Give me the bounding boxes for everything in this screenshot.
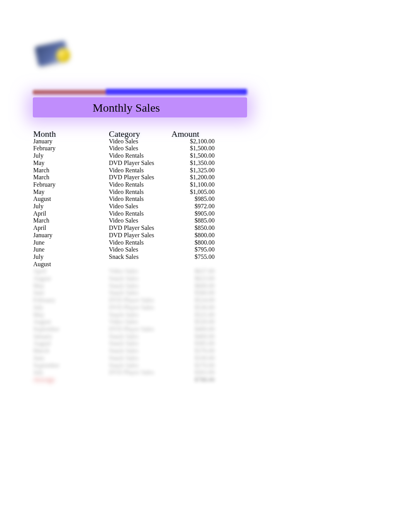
table-row: MaySnack Sales$525.00 (33, 311, 215, 319)
cell-category: Video Sales (109, 268, 171, 275)
cell-category: Video Rentals (109, 239, 171, 246)
table-row: AugustSnack Sales$385.00 (33, 340, 215, 347)
cell-category (109, 261, 171, 268)
table-row: FebruaryDVD Player Sales$524.00 (33, 297, 215, 304)
table-row: SeptemberSnack Sales$370.00 (33, 362, 215, 369)
cell-month: July (33, 304, 109, 311)
table-row: AprilVideo Rentals$905.00 (33, 210, 215, 218)
cell-amount: $885.00 (171, 217, 215, 224)
cell-month: February (33, 297, 109, 304)
table-row: AugustVideo Rentals$985.00 (33, 195, 215, 203)
table-row: JulySnack Sales$755.00 (33, 253, 215, 261)
cell-amount: $524.00 (171, 297, 215, 304)
table-row: JuneSnack Sales$330.00 (33, 355, 215, 362)
cell-category: DVD Player Sales (109, 232, 171, 239)
cell-amount: $530.00 (171, 304, 215, 311)
cell-category: DVD Player Sales (109, 326, 171, 333)
cell-amount: $1,500.00 (171, 145, 215, 152)
table-row: AprilVideo Sales$637.00 (33, 268, 215, 275)
cell-amount: $1,350.00 (171, 160, 215, 167)
cell-month: March (33, 347, 109, 355)
cell-amount: $1,005.00 (171, 189, 215, 196)
cell-month: May (33, 160, 109, 167)
cell-amount: $985.00 (171, 195, 215, 203)
cell-month: August (33, 275, 109, 282)
cell-month: April (33, 224, 109, 232)
col-header-month: Month (33, 131, 109, 138)
cell-amount: $400.00 (171, 326, 215, 333)
cell-amount: $800.00 (171, 239, 215, 246)
cell-month: May (33, 189, 109, 196)
cell-amount: $795.00 (171, 246, 215, 253)
cell-month: April (33, 210, 109, 218)
cell-month: January (33, 333, 109, 340)
cell-category: Video Sales (109, 145, 171, 152)
cell-category: Snack Sales (109, 289, 171, 297)
table-row: AugustVideo Sales$520.00 (33, 318, 215, 326)
table-row: MarchDVD Player Sales$1,200.00 (33, 174, 215, 181)
cell-month: August (33, 340, 109, 347)
cell-month: June (33, 239, 109, 246)
summary-label: Average (33, 376, 109, 384)
cell-month: January (33, 138, 109, 145)
cell-category: Video Sales (109, 318, 171, 326)
table-row: AprilDVD Player Sales$850.00 (33, 224, 215, 232)
cell-month: July (33, 369, 109, 376)
cell-amount: $1,100.00 (171, 181, 215, 189)
cell-amount: $600.00 (171, 282, 215, 290)
cell-category: Video Rentals (109, 167, 171, 174)
table-row: JanuarySnack Sales$400.00 (33, 333, 215, 340)
cell-amount: $905.00 (171, 210, 215, 218)
cell-category: Snack Sales (109, 275, 171, 282)
table-row: JulyVideo Rentals$1,500.00 (33, 152, 215, 160)
cell-month: August (33, 195, 109, 203)
col-header-amount: Amount (171, 131, 215, 138)
cell-category: Video Rentals (109, 195, 171, 203)
cell-month: April (33, 268, 109, 275)
cell-category: Video Sales (109, 246, 171, 253)
cell-amount: $755.00 (171, 253, 215, 261)
cell-amount: $560.00 (171, 289, 215, 297)
cell-category: Snack Sales (109, 253, 171, 261)
cell-month: January (33, 232, 109, 239)
cell-month: March (33, 217, 109, 224)
cell-category: Video Sales (109, 217, 171, 224)
cell-month: March (33, 167, 109, 174)
table-row: JanuaryDVD Player Sales$800.00 (33, 232, 215, 239)
cell-category: Video Rentals (109, 189, 171, 196)
cell-month: June (33, 289, 109, 297)
cell-category: Snack Sales (109, 282, 171, 290)
col-header-category: Category (109, 131, 171, 138)
summary-amount: $788.00 (171, 376, 215, 384)
sales-table: Month Category Amount JanuaryVideo Sales… (33, 131, 215, 384)
cell-month: August (33, 318, 109, 326)
cell-amount: $1,325.00 (171, 167, 215, 174)
divider-bar (33, 89, 247, 95)
cell-category: DVD Player Sales (109, 224, 171, 232)
table-row: JulyVideo Sales$972.00 (33, 203, 215, 210)
cell-amount: $1,200.00 (171, 174, 215, 181)
cell-category: Video Rentals (109, 210, 171, 218)
summary-row: Average $788.00 (33, 376, 215, 384)
document-page: Monthly Sales Month Category Amount Janu… (0, 0, 410, 532)
cell-amount: $263.00 (171, 369, 215, 376)
cell-amount: $637.00 (171, 268, 215, 275)
cell-amount: $520.00 (171, 318, 215, 326)
cell-category: DVD Player Sales (109, 297, 171, 304)
page-title: Monthly Sales (93, 101, 160, 114)
logo-image (26, 34, 90, 94)
cell-category: DVD Player Sales (109, 304, 171, 311)
cell-category: DVD Player Sales (109, 160, 171, 167)
table-row: JuneVideo Rentals$800.00 (33, 239, 215, 246)
cell-category: Snack Sales (109, 362, 171, 369)
table-row: JulyDVD Player Sales$263.00 (33, 369, 215, 376)
cell-category: DVD Player Sales (109, 174, 171, 181)
cell-category: Snack Sales (109, 340, 171, 347)
cell-amount: $972.00 (171, 203, 215, 210)
cell-category: Snack Sales (109, 311, 171, 319)
cell-month: June (33, 355, 109, 362)
table-row: MaySnack Sales$600.00 (33, 282, 215, 290)
cell-month: July (33, 253, 109, 261)
table-row: MarchSnack Sales$376.00 (33, 347, 215, 355)
table-row: AugustSnack Sales$623.00 (33, 275, 215, 282)
